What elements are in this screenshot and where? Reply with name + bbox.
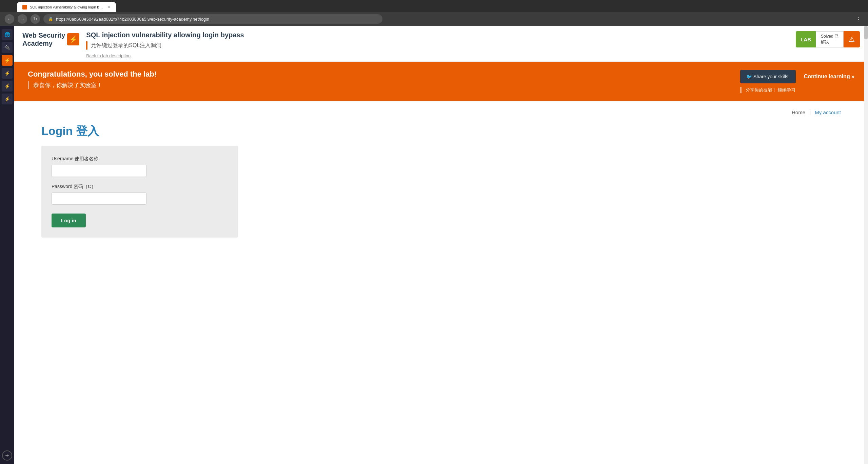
logo-text-line1: Web Security — [22, 32, 65, 39]
page-body: Home | My account Login 登入 Username 使用者名… — [14, 101, 868, 246]
username-input[interactable] — [52, 165, 146, 177]
logo-text-line2: Academy — [22, 40, 53, 47]
sidebar-icon-flash2[interactable]: ⚡ — [2, 68, 13, 79]
sidebar-add-btn[interactable]: + — [2, 450, 12, 461]
back-to-lab-link[interactable]: Back to lab description — [86, 53, 131, 58]
scrollbar-track[interactable] — [864, 26, 868, 464]
nav-separator: | — [809, 109, 811, 115]
tab-title: SQL injection vulnerability allowing log… — [30, 5, 104, 9]
login-form-box: Username 使用者名称 Password 密码（C） Log in — [41, 146, 238, 238]
username-group: Username 使用者名称 — [52, 156, 228, 177]
lab-title-section: SQL injection vulnerability allowing log… — [86, 31, 244, 59]
password-group: Password 密码（C） — [52, 184, 228, 205]
success-actions: 🐦 Share your skills! Continue learning »… — [740, 70, 854, 93]
back-button[interactable]: ← — [5, 14, 14, 24]
lab-title-cn: 允许绕过登录的SQL注入漏洞 — [91, 42, 161, 49]
success-text-en: Congratulations, you solved the lab! — [28, 70, 157, 79]
home-link[interactable]: Home — [792, 109, 805, 115]
username-label: Username 使用者名称 — [52, 156, 228, 162]
browser-menu-btn[interactable]: ⋮ — [854, 14, 863, 24]
lab-badge-warning-icon: ⚠ — [844, 31, 860, 47]
sidebar-icon-flash3[interactable]: ⚡ — [2, 81, 13, 92]
sidebar-icon-flash1[interactable]: ⚡ — [2, 55, 13, 66]
refresh-button[interactable]: ↻ — [31, 14, 40, 24]
lab-title-en: SQL injection vulnerability allowing log… — [86, 31, 244, 39]
sidebar-icon-plug[interactable]: 🔌 — [2, 42, 13, 53]
my-account-link[interactable]: My account — [815, 109, 841, 115]
sidebar-icon-flash4[interactable]: ⚡ — [2, 94, 13, 104]
login-button[interactable]: Log in — [52, 214, 86, 227]
title-divider — [86, 41, 87, 50]
success-text-cn: 恭喜你，你解决了实验室！ — [33, 82, 102, 88]
lab-header: Web Security Academy ⚡ SQL injection vul… — [14, 26, 868, 62]
url-text: https://0ab600e50492aad082fb74b2003800a5… — [56, 17, 209, 22]
lab-badge-lab: LAB — [796, 31, 816, 47]
browser-tab[interactable]: SQL injection vulnerability allowing log… — [17, 2, 116, 12]
password-label: Password 密码（C） — [52, 184, 228, 190]
tab-close[interactable]: ✕ — [107, 5, 111, 9]
left-sidebar: 🌐 🔌 ⚡ ⚡ ⚡ ⚡ + — [0, 26, 14, 464]
logo: Web Security Academy ⚡ — [22, 31, 79, 47]
login-title: Login 登入 — [41, 123, 841, 139]
success-banner: Congratulations, you solved the lab! 恭喜你… — [14, 62, 868, 101]
logo-badge: ⚡ — [67, 33, 79, 45]
continue-learning-button[interactable]: Continue learning » — [804, 74, 854, 80]
nav-links: Home | My account — [41, 109, 841, 115]
share-skills-button[interactable]: 🐦 Share your skills! — [740, 70, 795, 83]
lab-status-badge: LAB Solved 已 解决 ⚠ — [796, 31, 860, 47]
lab-badge-solved: Solved 已 解决 — [816, 31, 844, 47]
sidebar-icon-globe[interactable]: 🌐 — [2, 29, 13, 40]
scrollbar-thumb[interactable] — [864, 26, 868, 39]
password-input[interactable] — [52, 193, 146, 205]
share-cn: 分享你的技能！ 继续学习 — [746, 87, 795, 93]
forward-button[interactable]: → — [18, 14, 27, 24]
address-bar[interactable]: 🔒 https://0ab600e50492aad082fb74b2003800… — [43, 14, 382, 24]
tab-favicon — [22, 5, 27, 9]
